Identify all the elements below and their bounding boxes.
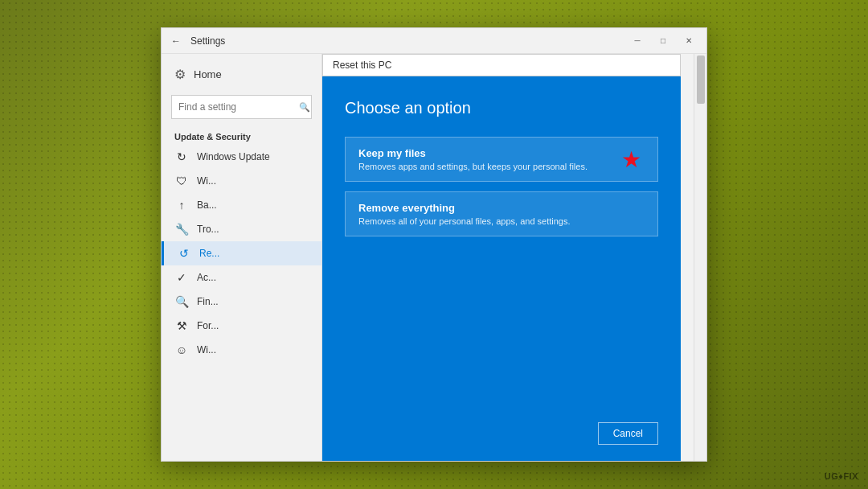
sidebar-item-label: Ac... — [197, 272, 216, 283]
cancel-button[interactable]: Cancel — [598, 422, 658, 445]
sidebar-item-windows-insider[interactable]: ☺ Wi... — [162, 338, 321, 362]
keep-files-description: Removes apps and settings, but keeps you… — [358, 162, 645, 171]
star-icon: ★ — [621, 146, 641, 173]
title-bar-left: ← Settings — [168, 33, 626, 49]
search-box[interactable]: 🔍 — [171, 95, 312, 119]
close-button[interactable]: ✕ — [678, 33, 700, 49]
find-device-icon: 🔍 — [174, 295, 189, 308]
dialog-title: Choose an option — [345, 99, 658, 117]
sidebar-item-label: Tro... — [197, 224, 219, 235]
sidebar-item-activation[interactable]: ✓ Ac... — [162, 265, 321, 290]
sidebar-item-backup[interactable]: ↑ Ba... — [162, 193, 321, 217]
back-button[interactable]: ← — [168, 33, 184, 49]
troubleshoot-icon: 🔧 — [174, 223, 189, 236]
developers-icon: ⚒ — [174, 319, 189, 332]
activation-icon: ✓ — [174, 271, 189, 284]
settings-window: ← Settings ─ □ ✕ ⚙ Home 🔍 Update & Secur… — [161, 27, 707, 462]
insider-icon: ☺ — [174, 343, 189, 356]
scrollbar[interactable] — [694, 54, 706, 461]
sidebar-item-recovery[interactable]: ↺ Re... — [162, 241, 321, 265]
sidebar-item-windows-update[interactable]: ↻ Windows Update — [162, 145, 321, 169]
sidebar-item-label: Wi... — [197, 175, 216, 187]
remove-everything-title: Remove everything — [358, 202, 645, 214]
window-controls: ─ □ ✕ — [626, 33, 700, 49]
choose-option-dialog: Choose an option Keep my files Removes a… — [322, 76, 681, 461]
sidebar-item-label: Re... — [199, 248, 219, 259]
main-area: ⚙ Home 🔍 Update & Security ↻ Windows Upd… — [162, 54, 706, 461]
sidebar-item-find-my-device[interactable]: 🔍 Fin... — [162, 290, 321, 314]
remove-everything-description: Removes all of your personal files, apps… — [358, 216, 645, 226]
sidebar-item-label: Windows Update — [197, 151, 270, 162]
scroll-thumb[interactable] — [697, 55, 705, 104]
dialog-footer: Cancel — [345, 422, 658, 445]
sidebar-item-label: For... — [197, 320, 219, 331]
sidebar-item-label: Fin... — [197, 296, 219, 307]
remove-everything-button[interactable]: Remove everything Removes all of your pe… — [345, 191, 658, 236]
defender-icon: 🛡 — [174, 175, 189, 187]
minimize-button[interactable]: ─ — [626, 33, 649, 49]
home-icon: ⚙ — [174, 67, 186, 82]
maximize-button[interactable]: □ — [652, 33, 674, 49]
title-bar: ← Settings ─ □ ✕ — [162, 28, 706, 54]
keep-files-button[interactable]: Keep my files Removes apps and settings,… — [345, 137, 658, 182]
reset-dialog-overlay: Reset this PC Choose an option Keep my f… — [322, 54, 694, 461]
recovery-icon: ↺ — [177, 247, 191, 260]
backup-icon: ↑ — [174, 199, 189, 212]
windows-update-icon: ↻ — [174, 150, 189, 163]
search-icon: 🔍 — [299, 102, 310, 113]
sidebar: ⚙ Home 🔍 Update & Security ↻ Windows Upd… — [162, 54, 322, 461]
sidebar-item-label: Ba... — [197, 199, 217, 211]
sidebar-item-label: Wi... — [197, 344, 216, 355]
sidebar-section-label: Update & Security — [162, 125, 321, 145]
search-input[interactable] — [178, 101, 299, 113]
home-nav-item[interactable]: ⚙ Home — [162, 60, 321, 88]
sidebar-item-for-developers[interactable]: ⚒ For... — [162, 314, 321, 338]
window-title: Settings — [190, 35, 225, 47]
popup-title-bar: Reset this PC — [322, 54, 681, 76]
sidebar-item-troubleshoot[interactable]: 🔧 Tro... — [162, 217, 321, 241]
keep-files-title: Keep my files — [358, 147, 645, 159]
content-area: Recovery Reset this PC If your PC isn't … — [322, 54, 694, 461]
sidebar-item-windows-defender[interactable]: 🛡 Wi... — [162, 169, 321, 193]
watermark: UG♦FIX — [825, 471, 858, 481]
home-label: Home — [194, 68, 222, 80]
